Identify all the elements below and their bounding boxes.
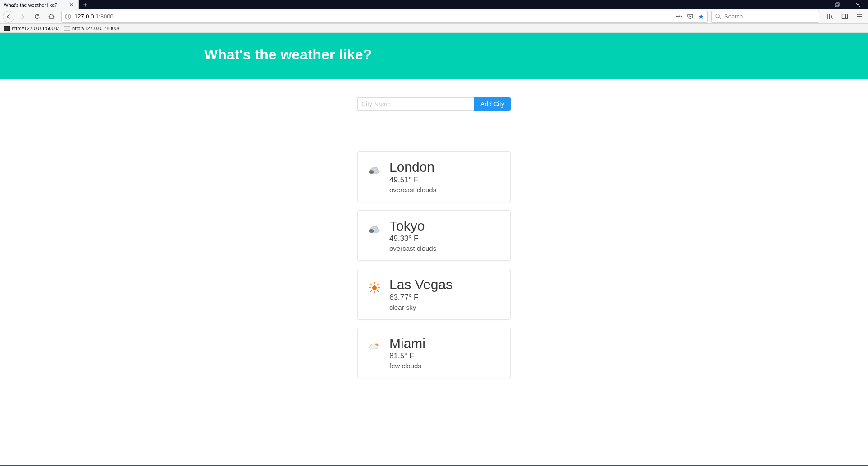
svg-line-27 xyxy=(377,284,379,285)
nav-home-button[interactable] xyxy=(45,11,58,23)
bookmark-label: http://127.0.0.1:8000/ xyxy=(72,26,119,31)
city-cards-list: London49.51° Fovercast cloudsTokyo49.33°… xyxy=(357,151,511,396)
page-main: Add City London49.51° Fovercast cloudsTo… xyxy=(357,97,511,396)
url-port: :8000 xyxy=(99,13,114,20)
svg-point-8 xyxy=(716,14,719,18)
city-temp: 63.77° F xyxy=(389,293,452,302)
add-city-row: Add City xyxy=(357,97,511,111)
pocket-icon[interactable] xyxy=(686,13,694,20)
new-tab-button[interactable]: ＋ xyxy=(79,0,91,9)
svg-point-18 xyxy=(369,170,374,174)
url-bar[interactable]: 127.0.0.1:8000 ••• ★ xyxy=(61,11,708,23)
bookmark-star-icon[interactable]: ★ xyxy=(697,13,704,20)
city-card: Miami81.5° Ffew clouds xyxy=(357,328,511,379)
tab-close-icon[interactable]: ✕ xyxy=(67,1,76,8)
add-city-button[interactable]: Add City xyxy=(474,97,511,111)
window-maximize-button[interactable] xyxy=(827,0,847,9)
page-scroll-area[interactable]: What's the weather like? Add City London… xyxy=(0,33,868,465)
city-name-input[interactable] xyxy=(357,97,474,111)
city-name: Miami xyxy=(389,336,425,351)
page-viewport: What's the weather like? Add City London… xyxy=(0,33,868,465)
city-card: London49.51° Fovercast clouds xyxy=(357,151,511,202)
weather-icon xyxy=(367,280,382,295)
city-name: Las Vegas xyxy=(389,277,452,292)
nav-reload-button[interactable] xyxy=(31,11,43,23)
city-name: London xyxy=(389,160,436,174)
city-desc: clear sky xyxy=(389,303,452,311)
svg-point-19 xyxy=(369,229,374,233)
city-card: Tokyo49.33° Fovercast clouds xyxy=(357,210,511,261)
titlebar: What's the weather like? ✕ ＋ xyxy=(0,0,868,9)
app-menu-icon[interactable] xyxy=(853,11,865,23)
bookmark-favicon-icon xyxy=(64,26,70,31)
svg-line-25 xyxy=(370,284,372,285)
page-title: What's the weather like? xyxy=(204,46,664,63)
svg-line-9 xyxy=(719,17,721,19)
bookmarks-toolbar: http://127.0.0.1:5000/ http://127.0.0.1:… xyxy=(0,24,868,33)
bookmark-item[interactable]: http://127.0.0.1:8000/ xyxy=(64,26,119,31)
browser-tab-active[interactable]: What's the weather like? ✕ xyxy=(0,0,79,9)
search-placeholder: Search xyxy=(724,13,743,20)
bookmark-item[interactable]: http://127.0.0.1:5000/ xyxy=(4,26,59,31)
city-name: Tokyo xyxy=(389,219,436,233)
svg-point-6 xyxy=(68,15,69,16)
city-card: Las Vegas63.77° Fclear sky xyxy=(357,269,511,320)
weather-icon xyxy=(367,222,382,237)
nav-forward-button[interactable] xyxy=(16,11,29,23)
nav-toolbar: 127.0.0.1:8000 ••• ★ Search xyxy=(0,9,868,24)
url-host: 127.0.0.1 xyxy=(74,13,99,20)
weather-icon xyxy=(367,163,382,178)
bookmark-favicon-icon xyxy=(4,26,10,31)
city-desc: overcast clouds xyxy=(389,244,436,252)
window-controls xyxy=(806,0,868,9)
svg-line-26 xyxy=(377,290,379,292)
page-hero: What's the weather like? xyxy=(0,33,868,79)
svg-line-12 xyxy=(831,14,832,19)
sidebar-toggle-icon[interactable] xyxy=(838,11,851,23)
window-minimize-button[interactable] xyxy=(806,0,827,9)
tab-title: What's the weather like? xyxy=(4,2,64,8)
city-temp: 49.51° F xyxy=(389,176,436,185)
svg-rect-13 xyxy=(842,14,847,19)
city-desc: few clouds xyxy=(389,362,425,370)
city-temp: 49.33° F xyxy=(389,234,436,243)
city-temp: 81.5° F xyxy=(389,352,425,361)
bookmark-label: http://127.0.0.1:5000/ xyxy=(12,26,59,31)
svg-line-28 xyxy=(370,290,372,292)
library-icon[interactable] xyxy=(824,11,836,23)
svg-rect-7 xyxy=(68,16,68,18)
svg-rect-1 xyxy=(835,4,838,7)
site-info-icon[interactable] xyxy=(64,13,72,20)
nav-back-button[interactable] xyxy=(3,11,14,23)
weather-icon xyxy=(367,339,382,354)
window-close-button[interactable] xyxy=(847,0,868,9)
city-desc: overcast clouds xyxy=(389,186,436,194)
search-icon xyxy=(714,13,722,20)
svg-point-20 xyxy=(372,285,377,290)
url-text: 127.0.0.1:8000 xyxy=(74,13,114,20)
search-bar[interactable]: Search xyxy=(711,11,819,23)
page-actions-icon[interactable]: ••• xyxy=(676,13,683,20)
svg-rect-2 xyxy=(836,3,839,6)
